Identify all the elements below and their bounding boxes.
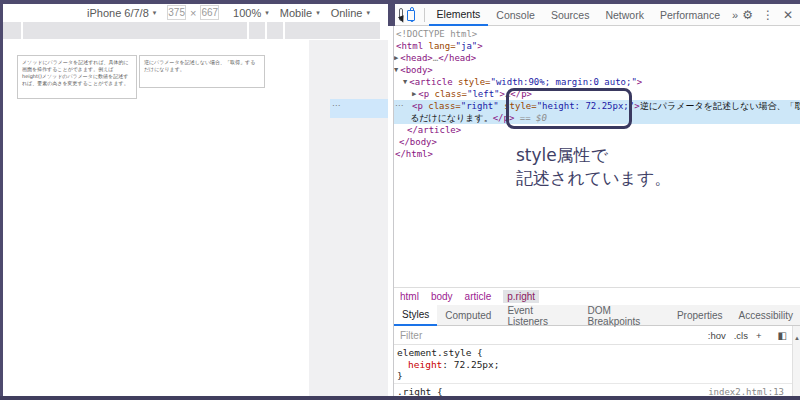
zoom-select[interactable]: 100% ▾	[233, 7, 269, 19]
rule-selector-line: .right {index2.html:13	[394, 386, 792, 397]
dom-line[interactable]: <html lang="ja">	[394, 40, 800, 52]
disclosure-closed-icon[interactable]: ▶	[394, 54, 398, 62]
device-toolbar: iPhone 6/7/8 ▾ 375 × 667 100% ▾ Mobile ▾…	[3, 4, 388, 21]
device-emulation-pane: iPhone 6/7/8 ▾ 375 × 667 100% ▾ Mobile ▾…	[3, 4, 388, 396]
devtools-menu-icon[interactable]: ⋮	[762, 8, 774, 22]
dom-token: "left"	[467, 89, 500, 99]
dom-token: </head>	[438, 53, 476, 63]
ellipsis-icon: ⋯	[332, 101, 340, 110]
dom-line[interactable]: ▶<head>…</head>	[394, 52, 800, 64]
dom-token: >	[637, 77, 642, 87]
tab-console[interactable]: Console	[488, 4, 543, 26]
style-rule: .right {index2.html:13width: 47%;	[394, 384, 792, 397]
device-select[interactable]: iPhone 6/7/8 ▾	[87, 7, 156, 19]
chevron-down-icon: ▾	[366, 9, 370, 17]
dom-token: class=	[429, 89, 467, 99]
annotation-text: style属性で 記述されています。	[516, 144, 671, 190]
dom-token: "ja"	[456, 41, 478, 51]
band-cell	[249, 22, 265, 39]
filter-control[interactable]: .cls	[734, 330, 748, 341]
sidebar-tab-strip: StylesComputedEvent ListenersDOM Breakpo…	[394, 305, 800, 326]
sidebar-tab-properties[interactable]: Properties	[669, 305, 731, 326]
rule-close-brace: }	[394, 370, 792, 382]
frame-left-border	[0, 0, 3, 400]
rule-selector-line: element.style {	[394, 347, 792, 359]
tab-sources[interactable]: Sources	[543, 4, 598, 26]
dom-line[interactable]: <!DOCTYPE html>	[394, 28, 800, 40]
viewport-width-input[interactable]: 375	[167, 5, 186, 20]
dom-token: <html	[396, 41, 423, 51]
band-cell	[267, 22, 283, 39]
breadcrumb-body[interactable]: body	[431, 291, 453, 302]
disclosure-closed-icon[interactable]: ▶	[412, 90, 416, 98]
devtools-pane: ElementsConsoleSourcesNetworkPerformance…	[393, 4, 800, 396]
declaration-value[interactable]: : 72.25px;	[442, 359, 499, 370]
styles-pane: element.style {height: 72.25px;}.right {…	[394, 345, 792, 396]
inspect-element-icon[interactable]	[399, 8, 403, 21]
sidebar-tab-computed[interactable]: Computed	[437, 305, 499, 326]
filter-control[interactable]: +	[756, 330, 762, 341]
viewport-times-label: ×	[190, 7, 196, 19]
dom-token: るだけになります。	[410, 113, 493, 123]
ellipsis-icon[interactable]: ⋯	[395, 101, 403, 110]
band-cell	[23, 22, 247, 39]
scroll-up-icon[interactable]: ▲	[794, 335, 800, 341]
rule-selector[interactable]: .right {	[397, 386, 443, 397]
devtools-screenshot: iPhone 6/7/8 ▾ 375 × 667 100% ▾ Mobile ▾…	[0, 0, 800, 400]
devtools-toolbar: ElementsConsoleSourcesNetworkPerformance…	[394, 4, 800, 26]
dom-token: <article	[409, 77, 452, 87]
annotation-highlight-box	[506, 88, 632, 129]
rule-selector[interactable]: element.style {	[397, 347, 483, 358]
mode-select[interactable]: Mobile ▾	[280, 7, 320, 19]
tab-performance[interactable]: Performance	[652, 4, 728, 26]
annotation-line2: 記述されています。	[516, 167, 671, 190]
close-icon[interactable]: ✕	[783, 8, 793, 22]
tab-elements[interactable]: Elements	[429, 4, 489, 26]
chevron-down-icon: ▾	[153, 9, 157, 17]
sidebar-tab-event-listeners[interactable]: Event Listeners	[499, 305, 579, 326]
filter-controls: :hov.cls+	[708, 330, 778, 341]
filter-control[interactable]: :hov	[708, 330, 726, 341]
disclosure-open-icon[interactable]: ▼	[394, 66, 398, 74]
rule-source-link[interactable]: index2.html:13	[708, 387, 784, 397]
dom-line[interactable]: ▼<body>	[394, 64, 800, 76]
rule-declaration[interactable]: height: 72.25px;	[394, 359, 792, 371]
sidebar-tab-accessibility[interactable]: Accessibility	[731, 305, 800, 326]
element-highlight-overlay: ⋯	[330, 99, 388, 118]
band-cell	[3, 22, 21, 39]
dom-token: </article>	[407, 125, 461, 135]
styles-scrollbar[interactable]: ▲	[792, 326, 800, 396]
breadcrumb-p-right[interactable]: p.right	[503, 290, 539, 303]
settings-gear-icon[interactable]: ⚙	[742, 8, 753, 22]
breadcrumb-html[interactable]: html	[400, 291, 419, 302]
dom-token: </body>	[399, 137, 437, 147]
breadcrumb: htmlbodyarticlep.right	[394, 287, 800, 305]
page-right-paragraph: 逆にパラメータを記述しない場合、「取得」するだけになります。	[139, 55, 265, 88]
dom-token: <body>	[400, 65, 433, 75]
dom-token: <p	[418, 89, 429, 99]
network-throttle-label: Online	[331, 7, 363, 19]
device-toggle-icon[interactable]	[410, 7, 414, 22]
disclosure-open-icon[interactable]: ▼	[403, 78, 407, 86]
dom-token: "right"	[461, 101, 499, 111]
dom-token: <p	[412, 101, 423, 111]
declaration-property[interactable]: height	[408, 359, 442, 370]
sidebar-tab-dom-breakpoints[interactable]: DOM Breakpoints	[580, 305, 669, 326]
network-throttle-select[interactable]: Online ▾	[331, 7, 370, 19]
chevron-down-icon: ▾	[265, 9, 269, 17]
mode-select-label: Mobile	[280, 7, 312, 19]
dock-panel-icon[interactable]: ◧	[778, 330, 787, 341]
filter-input[interactable]	[394, 329, 602, 342]
dom-token: style=	[453, 77, 491, 87]
sidebar-tab-styles[interactable]: Styles	[394, 305, 437, 326]
breadcrumb-article[interactable]: article	[465, 291, 492, 302]
more-tabs-icon[interactable]: »	[728, 9, 742, 21]
device-mode-backdrop	[309, 40, 388, 396]
frame-top-border	[0, 0, 800, 4]
styles-filter-row: :hov.cls+ ◧	[394, 326, 800, 345]
viewport-height-input[interactable]: 667	[200, 5, 219, 20]
tab-network[interactable]: Network	[597, 4, 652, 26]
dom-line[interactable]: ▼<article style="width:90%; margin:0 aut…	[394, 76, 800, 88]
dom-token: >	[477, 41, 482, 51]
dom-token: lang=	[423, 41, 456, 51]
